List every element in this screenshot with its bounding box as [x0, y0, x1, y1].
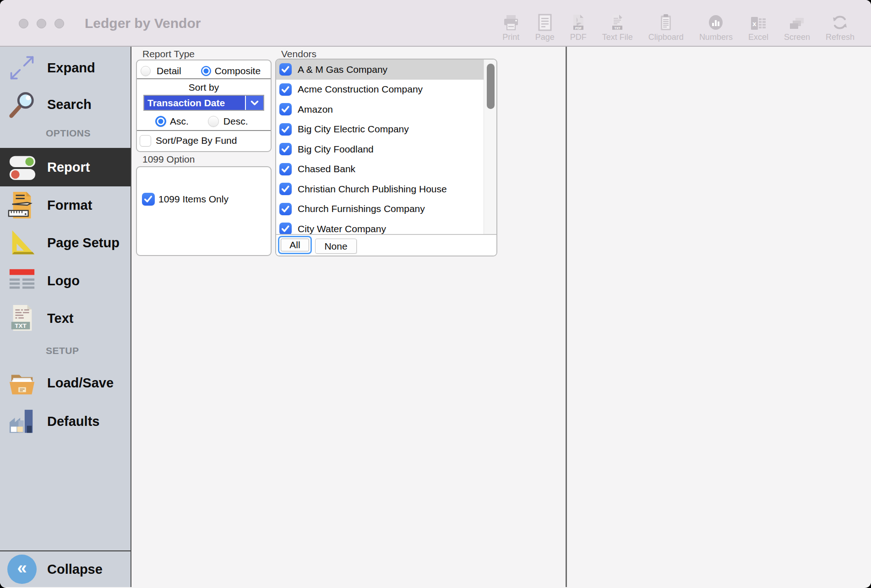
toolbar-clipboard-button[interactable]: Clipboard — [648, 12, 684, 42]
text-file-txt-icon: TXT — [6, 303, 38, 334]
detail-radio-label: Detail — [157, 65, 181, 76]
report-type-groupbox: Detail Composite Sort by Transaction Dat… — [136, 60, 272, 152]
vendor-name: Amazon — [298, 104, 333, 115]
vendor-checkbox[interactable] — [279, 163, 292, 175]
sort-by-select[interactable]: Transaction Date — [143, 95, 264, 111]
report-type-label: Report Type — [142, 49, 195, 60]
svg-text:PDF: PDF — [575, 27, 582, 30]
toolbar-page-button[interactable]: Page — [535, 12, 555, 42]
all-button-focus-ring: All — [278, 236, 312, 254]
vendor-row[interactable]: Chased Bank — [276, 159, 484, 180]
window-title: Ledger by Vendor — [85, 16, 201, 31]
vendor-row[interactable]: Acme Construction Company — [276, 80, 484, 100]
toolbar-text-file-button[interactable]: TXT Text File — [602, 12, 633, 42]
vendors-list: A & M Gas Company Acme Construction Comp… — [276, 60, 484, 236]
toolbar-excel-button[interactable]: x Excel — [748, 12, 768, 42]
composite-radio[interactable] — [201, 66, 211, 76]
sidebar-section-setup: SETUP — [46, 345, 79, 356]
select-all-button[interactable]: All — [281, 239, 309, 251]
toolbar-print-button[interactable]: Print — [502, 12, 520, 42]
ascending-radio[interactable] — [155, 116, 166, 127]
sidebar-item-text[interactable]: TXT Text — [0, 299, 131, 338]
vendor-checkbox[interactable] — [279, 203, 292, 215]
sidebar-section-options: OPTIONS — [46, 128, 91, 139]
vendor-checkbox[interactable] — [279, 223, 292, 235]
vendor-name: Christian Church Publishing House — [298, 184, 447, 195]
vendor-row[interactable]: City Water Company — [276, 219, 484, 236]
main-content: Report Type Detail Composite Sort by Tra… — [131, 47, 871, 587]
vendor-name: Chased Bank — [298, 163, 355, 174]
sort-by-selected-value: Transaction Date — [144, 96, 245, 110]
vendor-checkbox[interactable] — [279, 103, 292, 115]
toolbar-pdf-button[interactable]: PDF PDF — [570, 12, 587, 42]
items-1099-only-checkbox[interactable] — [142, 193, 155, 206]
vendor-name: A & M Gas Company — [298, 64, 387, 75]
vendor-row[interactable]: Church Furnishings Company — [276, 199, 484, 219]
vendor-checkbox[interactable] — [279, 183, 292, 195]
svg-text:TXT: TXT — [615, 27, 621, 30]
items-1099-only-label: 1099 Items Only — [158, 194, 229, 205]
chevron-down-icon — [246, 96, 263, 110]
toolbar-refresh-button[interactable]: Refresh — [826, 12, 855, 42]
sidebar-item-expand[interactable]: Expand — [0, 49, 131, 87]
sidebar-item-logo[interactable]: Logo — [0, 261, 131, 300]
toolbar-numbers-button[interactable]: Numbers — [699, 12, 733, 42]
vendors-panel: A & M Gas Company Acme Construction Comp… — [275, 59, 497, 256]
vendors-label: Vendors — [281, 49, 316, 60]
sidebar-item-load-save[interactable]: Load/Save — [0, 364, 131, 402]
factory-icon — [6, 406, 38, 437]
select-none-button[interactable]: None — [315, 239, 357, 254]
vendor-row[interactable]: Big City Electric Company — [276, 120, 484, 140]
logo-icon — [6, 265, 38, 296]
report-toggles-icon — [6, 152, 38, 183]
vendor-name: Big City Electric Company — [298, 124, 409, 135]
app-window: Ledger by Vendor Print Page PDF PDF — [0, 0, 871, 588]
close-window-button[interactable] — [19, 19, 28, 28]
titlebar: Ledger by Vendor Print Page PDF PDF — [0, 0, 871, 47]
svg-text:TXT: TXT — [15, 322, 27, 329]
sort-page-by-fund-checkbox[interactable] — [140, 135, 151, 147]
page-setup-icon — [6, 227, 38, 258]
sidebar-item-page-setup[interactable]: Page Setup — [0, 223, 131, 262]
preview-pane-divider[interactable] — [566, 47, 567, 587]
expand-icon — [6, 52, 38, 83]
minimize-window-button[interactable] — [37, 19, 46, 28]
sidebar-item-report[interactable]: Report — [0, 148, 131, 186]
sidebar-collapse-button[interactable]: « Collapse — [0, 550, 131, 587]
sidebar-item-search[interactable]: Search — [0, 85, 131, 124]
screen-icon — [788, 12, 806, 31]
sidebar-item-format[interactable]: Format — [0, 186, 131, 224]
ascending-radio-label: Asc. — [170, 116, 189, 127]
zoom-window-button[interactable] — [54, 19, 64, 28]
sort-by-label: Sort by — [137, 82, 271, 93]
vendor-row[interactable]: A & M Gas Company — [276, 60, 484, 80]
vendor-row[interactable]: Amazon — [276, 99, 484, 120]
sidebar-item-defaults[interactable]: Defaults — [0, 402, 131, 441]
detail-radio[interactable] — [141, 66, 151, 76]
separator — [137, 78, 271, 79]
vendors-scrollbar[interactable] — [484, 60, 497, 236]
search-icon — [6, 89, 38, 120]
text-file-icon: TXT — [610, 12, 625, 31]
toolbar: Print Page PDF PDF TXT Text File — [502, 12, 855, 42]
vendor-checkbox[interactable] — [279, 123, 292, 136]
vendor-checkbox[interactable] — [279, 63, 292, 76]
vendors-scrollbar-thumb[interactable] — [487, 64, 495, 109]
toolbar-screen-button[interactable]: Screen — [784, 12, 810, 42]
page-icon — [538, 12, 552, 31]
vendor-name: Church Furnishings Company — [298, 203, 425, 214]
descending-radio[interactable] — [208, 116, 219, 127]
svg-text:x: x — [752, 20, 757, 27]
vendor-checkbox[interactable] — [279, 143, 292, 155]
vendor-checkbox[interactable] — [279, 83, 292, 96]
vendor-row[interactable]: Christian Church Publishing House — [276, 179, 484, 199]
option-1099-groupbox: 1099 Items Only — [136, 166, 272, 256]
pdf-file-icon: PDF — [571, 12, 586, 31]
vendor-row[interactable]: Big City Foodland — [276, 139, 484, 159]
collapse-chevrons-icon: « — [7, 555, 37, 584]
sidebar: Expand Search OPTIONS Report Format — [0, 47, 131, 587]
traffic-lights — [19, 19, 64, 28]
composite-radio-label: Composite — [215, 65, 261, 76]
separator — [137, 130, 271, 131]
numbers-chart-icon — [707, 12, 724, 31]
